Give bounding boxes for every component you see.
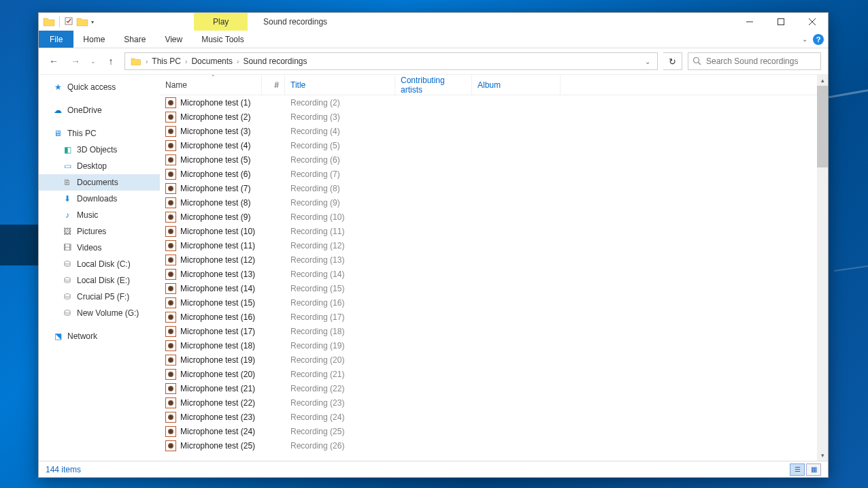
- search-icon: [692, 56, 702, 66]
- nav-this-pc[interactable]: 🖥This PC: [39, 125, 160, 142]
- nav-local-disk-c[interactable]: ⛁Local Disk (C:): [39, 256, 160, 272]
- nav-quick-access[interactable]: ★Quick access: [39, 79, 160, 95]
- help-icon[interactable]: ?: [813, 34, 824, 45]
- file-row[interactable]: Microphone test (13)Recording (14): [160, 267, 828, 281]
- minimize-button[interactable]: [734, 13, 765, 31]
- crumb-this-pc[interactable]: This PC: [149, 53, 184, 69]
- audio-file-icon: [165, 369, 176, 380]
- crumb-documents[interactable]: Documents: [188, 53, 235, 69]
- expand-ribbon-icon[interactable]: ⌄: [802, 35, 807, 43]
- audio-file-icon: [165, 397, 176, 408]
- file-row[interactable]: Microphone test (20)Recording (21): [160, 367, 828, 381]
- nav-desktop[interactable]: ▭Desktop: [39, 158, 160, 174]
- file-row[interactable]: Microphone test (15)Recording (16): [160, 295, 828, 310]
- file-title: Recording (22): [285, 384, 395, 393]
- maximize-button[interactable]: [765, 13, 797, 31]
- window-title: Sound recordings: [263, 13, 327, 31]
- file-row[interactable]: Microphone test (21)Recording (22): [160, 381, 828, 395]
- scroll-thumb[interactable]: [817, 86, 828, 167]
- file-row[interactable]: Microphone test (23)Recording (24): [160, 410, 828, 424]
- column-header-title[interactable]: Title: [285, 75, 395, 95]
- nav-downloads[interactable]: ⬇Downloads: [39, 191, 160, 207]
- file-row[interactable]: Microphone test (25)Recording (26): [160, 438, 828, 453]
- navigation-pane[interactable]: ★Quick access ☁OneDrive 🖥This PC ◧3D Obj…: [39, 75, 160, 461]
- nav-local-disk-e[interactable]: ⛁Local Disk (E:): [39, 272, 160, 289]
- nav-network[interactable]: ⬔Network: [39, 328, 160, 344]
- file-title: Recording (8): [285, 184, 395, 193]
- column-header-number[interactable]: #: [262, 75, 285, 95]
- tab-share[interactable]: Share: [114, 31, 155, 48]
- crumb-sep-icon[interactable]: ›: [184, 58, 188, 65]
- nav-onedrive[interactable]: ☁OneDrive: [39, 102, 160, 118]
- file-row[interactable]: Microphone test (18)Recording (19): [160, 338, 828, 353]
- nav-videos[interactable]: 🎞Videos: [39, 240, 160, 256]
- view-details-button[interactable]: ☰: [790, 463, 805, 476]
- audio-file-icon: [165, 383, 176, 394]
- back-button[interactable]: ←: [46, 53, 62, 69]
- scroll-down-icon[interactable]: ▾: [817, 450, 828, 461]
- file-row[interactable]: Microphone test (19)Recording (20): [160, 353, 828, 367]
- file-title: Recording (17): [285, 312, 395, 322]
- crumb-sound-recordings[interactable]: Sound recordings: [240, 53, 310, 69]
- file-name: Microphone test (19): [180, 355, 255, 365]
- file-row[interactable]: Microphone test (6)Recording (7): [160, 167, 828, 181]
- nav-3d-objects[interactable]: ◧3D Objects: [39, 142, 160, 158]
- address-bar[interactable]: › This PC › Documents › Sound recordings…: [124, 52, 658, 70]
- forward-button[interactable]: →: [67, 53, 84, 69]
- nav-crucial-p5[interactable]: ⛁Crucial P5 (F:): [39, 289, 160, 305]
- file-list[interactable]: Microphone test (1)Recording (2)Micropho…: [160, 95, 828, 461]
- search-input[interactable]: [706, 56, 816, 66]
- tab-music-tools[interactable]: Music Tools: [192, 31, 253, 48]
- file-name: Microphone test (16): [180, 312, 255, 322]
- file-name: Microphone test (8): [180, 198, 250, 208]
- nav-music[interactable]: ♪Music: [39, 207, 160, 223]
- file-row[interactable]: Microphone test (10)Recording (11): [160, 224, 828, 238]
- vertical-scrollbar[interactable]: ▴ ▾: [817, 75, 828, 461]
- nav-new-volume[interactable]: ⛁New Volume (G:): [39, 305, 160, 321]
- close-button[interactable]: [797, 13, 828, 31]
- tab-view[interactable]: View: [155, 31, 192, 48]
- recent-locations-icon[interactable]: ⌄: [89, 53, 97, 69]
- qat-properties-icon[interactable]: [64, 16, 75, 27]
- file-title: Recording (4): [285, 127, 395, 136]
- address-dropdown-icon[interactable]: ⌄: [641, 58, 654, 65]
- file-row[interactable]: Microphone test (17)Recording (18): [160, 324, 828, 338]
- view-large-icons-button[interactable]: ▦: [806, 463, 821, 476]
- qat-new-folder-icon[interactable]: [76, 16, 88, 27]
- qat-customize-icon[interactable]: ▾: [90, 19, 95, 25]
- tab-file[interactable]: File: [39, 31, 73, 48]
- file-name: Microphone test (11): [180, 241, 255, 250]
- scroll-up-icon[interactable]: ▴: [817, 75, 828, 86]
- crumb-sep-icon[interactable]: ›: [235, 58, 240, 65]
- file-row[interactable]: Microphone test (1)Recording (2): [160, 95, 828, 110]
- column-header-name[interactable]: Name: [160, 75, 262, 95]
- nav-pictures[interactable]: 🖼Pictures: [39, 223, 160, 240]
- column-header-artists[interactable]: Contributing artists: [395, 75, 472, 95]
- file-row[interactable]: Microphone test (3)Recording (4): [160, 124, 828, 138]
- file-row[interactable]: Microphone test (24)Recording (25): [160, 424, 828, 438]
- file-row[interactable]: Microphone test (5)Recording (6): [160, 152, 828, 167]
- file-row[interactable]: Microphone test (7)Recording (8): [160, 181, 828, 195]
- audio-file-icon: [165, 183, 176, 194]
- file-row[interactable]: Microphone test (12)Recording (13): [160, 253, 828, 267]
- file-row[interactable]: Microphone test (11)Recording (12): [160, 238, 828, 253]
- search-box[interactable]: [688, 52, 821, 70]
- up-button[interactable]: ↑: [103, 53, 119, 69]
- crumb-sep-icon[interactable]: ›: [144, 58, 149, 65]
- file-row[interactable]: Microphone test (8)Recording (9): [160, 195, 828, 210]
- file-row[interactable]: Microphone test (9)Recording (10): [160, 210, 828, 224]
- file-title: Recording (21): [285, 370, 395, 379]
- file-row[interactable]: Microphone test (4)Recording (5): [160, 138, 828, 152]
- crumb-icon[interactable]: [128, 53, 144, 69]
- refresh-button[interactable]: ↻: [663, 52, 682, 70]
- file-row[interactable]: Microphone test (16)Recording (17): [160, 310, 828, 324]
- nav-label: Documents: [77, 178, 118, 187]
- titlebar[interactable]: ▾ Play Sound recordings: [39, 13, 828, 31]
- tab-home[interactable]: Home: [73, 31, 114, 48]
- file-row[interactable]: Microphone test (2)Recording (3): [160, 110, 828, 124]
- column-header-album[interactable]: Album: [472, 75, 561, 95]
- file-row[interactable]: Microphone test (14)Recording (15): [160, 281, 828, 295]
- nav-documents[interactable]: 🗎Documents: [39, 174, 160, 191]
- contextual-tab-play[interactable]: Play: [194, 13, 248, 31]
- file-row[interactable]: Microphone test (22)Recording (23): [160, 395, 828, 410]
